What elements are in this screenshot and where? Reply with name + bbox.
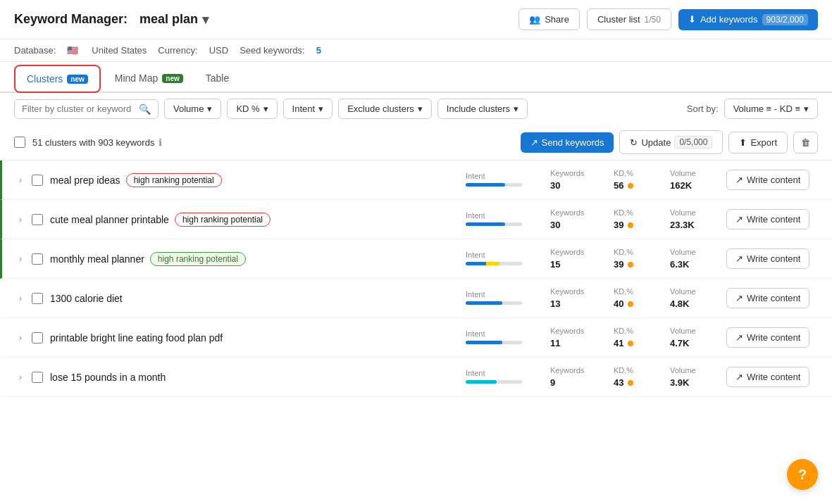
write-icon: ↗ bbox=[735, 293, 743, 303]
volume-value: 162K bbox=[670, 180, 719, 191]
kd-value: 56 bbox=[614, 180, 663, 191]
kd-value: 41 bbox=[614, 338, 663, 348]
intent-label: Intent bbox=[466, 369, 543, 377]
volume-label: Volume bbox=[670, 248, 719, 256]
volume-label: Volume bbox=[670, 208, 719, 217]
expand-icon[interactable]: › bbox=[16, 332, 25, 344]
expand-icon[interactable]: › bbox=[16, 292, 25, 305]
search-box[interactable]: 🔍 bbox=[14, 99, 159, 119]
ranking-badge: high ranking potential bbox=[150, 252, 246, 266]
write-content-button[interactable]: ↗ Write content bbox=[726, 367, 809, 387]
kd-col: KD,% 41 bbox=[614, 327, 663, 348]
intent-col: Intent bbox=[466, 369, 543, 385]
volume-label: Volume bbox=[670, 366, 719, 374]
share-button[interactable]: 👥 Share bbox=[519, 8, 580, 30]
kd-col: KD,% 56 bbox=[614, 169, 663, 191]
keywords-label: Keywords bbox=[550, 366, 607, 374]
chevron-down-icon: ▾ bbox=[418, 103, 423, 114]
keywords-label: Keywords bbox=[550, 208, 607, 217]
flag-icon: 🇺🇸 bbox=[67, 45, 78, 56]
row-checkbox[interactable] bbox=[32, 293, 43, 304]
delete-button[interactable]: 🗑 bbox=[793, 132, 818, 153]
search-input[interactable] bbox=[22, 103, 135, 114]
app-name: Keyword Manager: bbox=[14, 12, 128, 27]
dropdown-arrow-icon[interactable]: ▾ bbox=[202, 12, 209, 27]
delete-icon: 🗑 bbox=[801, 137, 810, 148]
expand-icon[interactable]: › bbox=[16, 213, 25, 226]
write-content-button[interactable]: ↗ Write content bbox=[726, 327, 809, 348]
tabs-row: Clusters new Mind Map new Table bbox=[0, 62, 832, 93]
table-row: › 1300 calorie diet Intent Keywords 13 K… bbox=[0, 279, 832, 318]
keywords-col: Keywords 11 bbox=[550, 327, 607, 348]
row-checkbox[interactable] bbox=[32, 214, 43, 225]
write-content-button[interactable]: ↗ Write content bbox=[726, 170, 809, 190]
intent-label: Intent bbox=[466, 329, 543, 338]
export-button[interactable]: ⬆ Export bbox=[728, 132, 788, 153]
write-content-col: ↗ Write content bbox=[726, 248, 818, 269]
kd-col: KD,% 39 bbox=[614, 208, 663, 230]
chevron-down-icon: ▾ bbox=[207, 103, 212, 114]
intent-filter[interactable]: Intent ▾ bbox=[283, 99, 333, 119]
kd-label: KD,% bbox=[614, 248, 663, 256]
expand-icon[interactable]: › bbox=[16, 253, 25, 265]
write-icon: ↗ bbox=[735, 175, 743, 185]
keyword-name: meal plan bbox=[139, 12, 198, 27]
update-button[interactable]: ↻ Update 0/5,000 bbox=[619, 130, 723, 154]
cluster-list-button[interactable]: Cluster list 1/50 bbox=[587, 8, 671, 30]
write-content-button[interactable]: ↗ Write content bbox=[726, 288, 809, 308]
write-label: Write content bbox=[747, 293, 800, 303]
write-content-col: ↗ Write content bbox=[726, 209, 818, 229]
tab-mindmap[interactable]: Mind Map new bbox=[104, 65, 194, 92]
add-keywords-button[interactable]: ⬇ Add keywords 903/2,000 bbox=[678, 9, 818, 30]
keywords-col: Keywords 9 bbox=[550, 366, 607, 388]
keywords-col: Keywords 30 bbox=[550, 169, 607, 191]
cluster-count: 51 clusters with 903 keywords ℹ bbox=[32, 137, 514, 148]
seed-value-link[interactable]: 5 bbox=[316, 45, 321, 56]
search-icon: 🔍 bbox=[139, 103, 151, 115]
keywords-value: 30 bbox=[550, 180, 607, 191]
select-all-checkbox[interactable] bbox=[14, 137, 25, 148]
volume-value: 6.3K bbox=[670, 259, 719, 270]
row-checkbox[interactable] bbox=[32, 253, 43, 265]
exclude-clusters-filter[interactable]: Exclude clusters ▾ bbox=[338, 99, 432, 119]
row-checkbox[interactable] bbox=[32, 332, 43, 344]
send-keywords-button[interactable]: ↗ Send keywords bbox=[521, 132, 614, 153]
row-name-text: cute meal planner printable bbox=[50, 214, 169, 225]
cluster-name-cell: cute meal planner printable high ranking… bbox=[50, 213, 459, 227]
table-row: › printable bright line eating food plan… bbox=[0, 318, 832, 358]
row-checkbox[interactable] bbox=[32, 175, 43, 186]
write-label: Write content bbox=[747, 253, 800, 264]
include-clusters-filter[interactable]: Include clusters ▾ bbox=[437, 99, 528, 119]
table-toolbar: 51 clusters with 903 keywords ℹ ↗ Send k… bbox=[0, 125, 832, 160]
write-content-button[interactable]: ↗ Write content bbox=[726, 209, 809, 229]
cluster-name-cell: monthly meal planner high ranking potent… bbox=[50, 252, 459, 266]
keywords-value: 9 bbox=[550, 377, 607, 388]
volume-label: Volume bbox=[670, 287, 719, 296]
table-row: › lose 15 pounds in a month Intent Keywo… bbox=[0, 358, 832, 397]
write-icon: ↗ bbox=[735, 214, 743, 225]
write-content-button[interactable]: ↗ Write content bbox=[726, 248, 809, 269]
expand-icon[interactable]: › bbox=[16, 174, 25, 187]
volume-value: 4.7K bbox=[670, 338, 719, 348]
tab-table[interactable]: Table bbox=[194, 65, 240, 92]
kd-label: KD,% bbox=[614, 366, 663, 374]
volume-label: Volume bbox=[670, 327, 719, 335]
send-icon: ↗ bbox=[530, 137, 538, 148]
write-icon: ↗ bbox=[735, 372, 743, 382]
expand-icon[interactable]: › bbox=[16, 371, 25, 384]
volume-filter[interactable]: Volume ▾ bbox=[164, 99, 221, 119]
meta-row: Database: 🇺🇸 United States Currency: USD… bbox=[0, 39, 832, 62]
kd-filter[interactable]: KD % ▾ bbox=[227, 99, 277, 119]
intent-col: Intent bbox=[466, 290, 543, 306]
sort-group: Sort by: Volume ≡ - KD ≡ ▾ bbox=[687, 99, 818, 119]
volume-col: Volume 4.7K bbox=[670, 327, 719, 348]
write-content-col: ↗ Write content bbox=[726, 170, 818, 190]
tab-clusters[interactable]: Clusters new bbox=[14, 65, 101, 93]
sort-select[interactable]: Volume ≡ - KD ≡ ▾ bbox=[724, 99, 818, 119]
volume-value: 23.3K bbox=[670, 220, 719, 230]
write-content-col: ↗ Write content bbox=[726, 327, 818, 348]
kd-value: 39 bbox=[614, 259, 663, 270]
intent-col: Intent bbox=[466, 251, 543, 267]
row-checkbox[interactable] bbox=[32, 372, 43, 383]
currency-label: Currency: bbox=[158, 45, 197, 56]
